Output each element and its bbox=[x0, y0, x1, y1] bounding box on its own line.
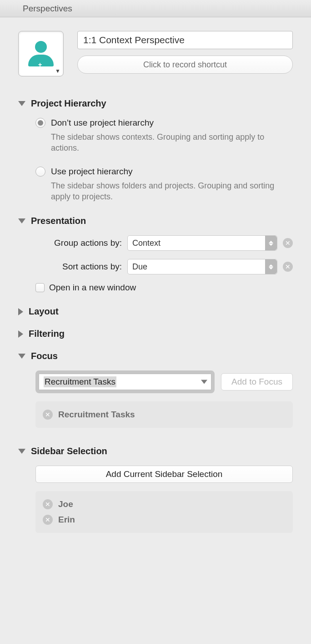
section-filtering-header[interactable]: Filtering bbox=[18, 329, 293, 339]
list-item: ✕ Recruitment Tasks bbox=[43, 407, 286, 422]
radio-description: The sidebar shows folders and projects. … bbox=[51, 180, 293, 203]
disclosure-down-icon bbox=[18, 354, 25, 359]
section-sidebar-selection-header[interactable]: Sidebar Selection bbox=[18, 446, 293, 456]
window-titlebar: Perspectives bbox=[0, 0, 311, 17]
disclosure-down-icon bbox=[18, 449, 25, 454]
remove-sidebar-item-icon[interactable]: ✕ bbox=[43, 499, 53, 509]
group-by-label: Group actions by: bbox=[35, 238, 122, 248]
radio-description: The sidebar shows contexts. Grouping and… bbox=[51, 132, 293, 154]
radio-label: Use project hierarchy bbox=[51, 167, 133, 177]
remove-focus-item-icon[interactable]: ✕ bbox=[43, 410, 53, 420]
section-layout-header[interactable]: Layout bbox=[18, 306, 293, 317]
section-project-hierarchy-header[interactable]: Project Hierarchy bbox=[18, 98, 293, 109]
add-sidebar-selection-button[interactable]: Add Current Sidebar Selection bbox=[35, 466, 293, 483]
focus-items-list: ✕ Recruitment Tasks bbox=[35, 401, 293, 428]
remove-sidebar-item-icon[interactable]: ✕ bbox=[43, 515, 53, 525]
perspective-icon-well[interactable]: + ▼ bbox=[18, 31, 64, 76]
section-focus-header[interactable]: Focus bbox=[18, 351, 293, 361]
perspective-name-input[interactable] bbox=[77, 31, 293, 49]
radio-label: Don’t use project hierarchy bbox=[51, 118, 154, 128]
chevron-down-icon bbox=[201, 380, 207, 384]
disclosure-down-icon bbox=[18, 218, 25, 223]
chevron-down-icon: ▼ bbox=[55, 68, 60, 74]
sidebar-selection-list: ✕ Joe ✕ Erin bbox=[35, 491, 293, 533]
add-to-focus-button[interactable]: Add to Focus bbox=[221, 373, 293, 390]
person-plus-icon: + bbox=[28, 41, 54, 66]
sort-by-label: Sort actions by: bbox=[35, 262, 122, 272]
open-new-window-label: Open in a new window bbox=[49, 283, 136, 293]
window-title: Perspectives bbox=[23, 4, 72, 14]
clear-sort-icon[interactable]: ✕ bbox=[283, 262, 293, 272]
sort-by-select[interactable]: Due bbox=[127, 259, 277, 274]
disclosure-down-icon bbox=[18, 101, 25, 106]
radio-dont-use-hierarchy[interactable] bbox=[35, 118, 45, 128]
disclosure-right-icon bbox=[18, 330, 23, 338]
focus-combobox[interactable]: Recruitment Tasks bbox=[39, 374, 211, 390]
group-by-select[interactable]: Context bbox=[127, 235, 277, 251]
open-new-window-checkbox[interactable] bbox=[35, 283, 45, 292]
disclosure-right-icon bbox=[18, 308, 23, 315]
list-item: ✕ Joe bbox=[43, 497, 286, 512]
radio-use-hierarchy[interactable] bbox=[35, 167, 45, 177]
record-shortcut-button[interactable]: Click to record shortcut bbox=[77, 56, 293, 74]
section-presentation-header[interactable]: Presentation bbox=[18, 216, 293, 226]
clear-group-icon[interactable]: ✕ bbox=[283, 238, 293, 248]
list-item: ✕ Erin bbox=[43, 512, 286, 527]
